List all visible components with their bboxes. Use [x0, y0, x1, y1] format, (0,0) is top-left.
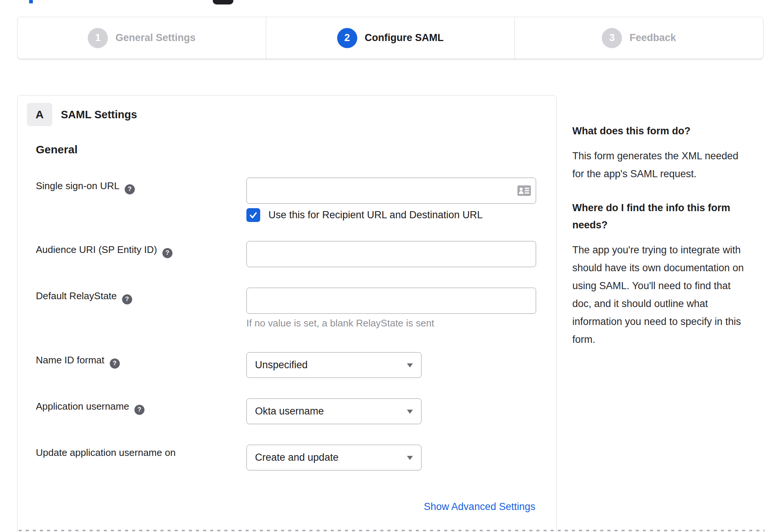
- step-3-label: Feedback: [629, 32, 676, 44]
- help-icon[interactable]: ?: [122, 294, 132, 304]
- step-1-number-badge: 1: [88, 28, 108, 48]
- relaystate-hint: If no value is set, a blank RelayState i…: [246, 317, 434, 329]
- chevron-down-icon: [407, 410, 413, 414]
- page-accent-fragment: [29, 0, 33, 3]
- help-icon[interactable]: ?: [134, 405, 144, 415]
- step-configure-saml[interactable]: 2 Configure SAML: [266, 17, 514, 59]
- chevron-down-icon: [407, 456, 413, 460]
- help-section-where: Where do I find the info this form needs…: [572, 199, 769, 348]
- help-body: This form generates the XML needed for t…: [572, 147, 769, 183]
- step-2-number-badge: 2: [337, 28, 357, 48]
- help-section-what: What does this form do? This form genera…: [572, 122, 769, 183]
- help-heading: Where do I find the info this form needs…: [572, 199, 769, 234]
- update-username-select[interactable]: Create and update: [246, 445, 421, 470]
- step-feedback[interactable]: 3 Feedback: [514, 17, 763, 59]
- recipient-url-checkbox[interactable]: [246, 208, 260, 222]
- dark-logo-fragment: [213, 0, 233, 4]
- help-heading: What does this form do?: [572, 122, 769, 140]
- show-advanced-settings-link[interactable]: Show Advanced Settings: [424, 501, 535, 513]
- saml-settings-title: SAML Settings: [61, 103, 137, 126]
- chevron-down-icon: [407, 363, 413, 367]
- section-divider: [19, 530, 765, 531]
- update-username-label: Update application username on: [36, 447, 175, 458]
- name-id-format-select[interactable]: Unspecified: [246, 352, 421, 378]
- application-username-label: Application username?: [36, 401, 144, 415]
- audience-uri-input[interactable]: [246, 241, 536, 267]
- recipient-url-checkbox-label[interactable]: Use this for Recipient URL and Destinati…: [268, 209, 483, 221]
- step-2-label: Configure SAML: [365, 32, 444, 44]
- step-general-settings[interactable]: 1 General Settings: [18, 17, 266, 59]
- name-id-format-label: Name ID format?: [36, 354, 120, 369]
- sso-url-label: Single sign-on URL?: [36, 180, 135, 194]
- help-sidebar: What does this form do? This form genera…: [572, 122, 769, 348]
- help-icon[interactable]: ?: [162, 248, 172, 258]
- default-relaystate-input[interactable]: [246, 288, 536, 314]
- general-heading: General: [36, 143, 78, 156]
- wizard-stepper: 1 General Settings 2 Configure SAML 3 Fe…: [17, 17, 763, 59]
- step-1-label: General Settings: [115, 32, 196, 44]
- step-3-number-badge: 3: [602, 28, 622, 48]
- application-username-select[interactable]: Okta username: [246, 398, 421, 424]
- saml-settings-card: A SAML Settings General Single sign-on U…: [17, 95, 557, 532]
- help-icon[interactable]: ?: [125, 184, 135, 194]
- section-a-badge: A: [27, 103, 52, 126]
- check-icon: [249, 210, 258, 220]
- sso-url-input[interactable]: [246, 178, 536, 204]
- help-icon[interactable]: ?: [110, 359, 120, 369]
- default-relaystate-label: Default RelayState?: [36, 290, 132, 304]
- help-body: The app you're trying to integrate with …: [572, 241, 769, 348]
- audience-uri-label: Audience URI (SP Entity ID)?: [36, 244, 172, 258]
